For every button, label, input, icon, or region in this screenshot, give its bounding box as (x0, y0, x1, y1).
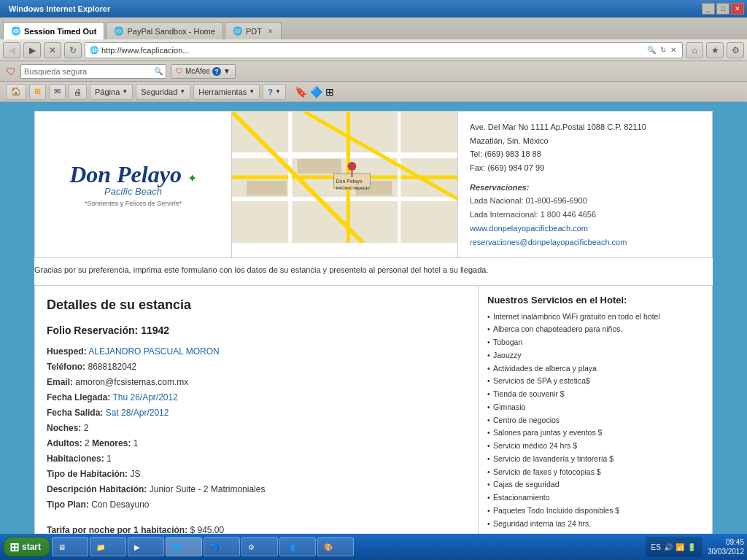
tipo-plan-value: Con Desayuno (91, 499, 149, 510)
favorites-button[interactable]: ★ (706, 42, 724, 58)
taskbar-item[interactable]: 🎨 (317, 537, 354, 556)
email-label: Email: (47, 377, 73, 387)
toolbar-home-icon[interactable]: 🏠 (6, 84, 26, 100)
toolbar-rss-icon[interactable]: ⊞ (29, 84, 46, 100)
service-item: Estacionamiento (487, 492, 703, 504)
service-item: Servicio médico 24 hrs $ (487, 440, 703, 452)
toolbar-security-button[interactable]: Seguridad ▼ (136, 84, 190, 100)
search-dropdown-icon[interactable]: 🔍 (646, 45, 657, 55)
toolbar-print-icon[interactable]: 🖨 (69, 84, 87, 100)
menores-value: 1 (133, 438, 139, 448)
tab-session-timed-out[interactable]: 🌐 Session Timed Out (3, 22, 104, 39)
mail-icon: ✉ (54, 87, 61, 96)
tab-paypal-sandbox[interactable]: 🌐 PayPal Sandbox - Home (106, 22, 222, 39)
nav-right-icons: ⌂ ★ ⚙ (686, 42, 744, 58)
tab-bar: 🌐 Session Timed Out 🌐 PayPal Sandbox - H… (0, 18, 747, 39)
title-bar: Windows Internet Explorer _ □ ✕ (0, 0, 747, 18)
bluetooth-icon[interactable]: 🔷 (310, 86, 322, 98)
mcafee-badge[interactable]: 🛡 McAfee ? ▼ (171, 64, 236, 79)
speaker-icon: 🔊 (664, 543, 673, 551)
address-controls: 🔍 ↻ ✕ (646, 45, 678, 55)
svg-point-15 (347, 162, 356, 171)
address-bar[interactable]: 🌐 http://www.fcaplicacion... 🔍 ↻ ✕ (85, 42, 683, 58)
hotel-email-link[interactable]: reservaciones@donpelayopacificbeach.com (470, 238, 627, 246)
search-bar: 🛡 Busqueda segura 🔍 🛡 McAfee ? ▼ (0, 61, 747, 82)
home-button[interactable]: ⌂ (686, 42, 703, 58)
search-input[interactable]: Busqueda segura (24, 67, 151, 76)
page-wrapper: Don Pelayo ✦ Pacific Beach *Sonrientes y… (6, 108, 741, 534)
service-item: Servicio de lavandería y tintorería $ (487, 454, 703, 465)
windows-logo-icon: ⊞ (9, 540, 19, 554)
tab-pdt[interactable]: 🌐 PDT ✕ (225, 22, 282, 39)
bookmark-icon[interactable]: 🔖 (295, 86, 307, 98)
start-label: start (22, 542, 41, 552)
close-button[interactable]: ✕ (731, 3, 744, 15)
close-addr-icon[interactable]: ✕ (669, 45, 678, 55)
maximize-button[interactable]: □ (716, 3, 729, 15)
help-icon: ? (268, 88, 273, 96)
hotel-website-link[interactable]: www.donpelayopacificbeach.com (470, 224, 588, 233)
minimize-button[interactable]: _ (702, 3, 715, 15)
network-icon: 📶 (676, 543, 684, 551)
taskbar-item[interactable]: 🌐 (166, 537, 202, 556)
toolbar-page-button[interactable]: Página ▼ (90, 84, 133, 100)
mcafee-dropdown-icon[interactable]: ▼ (223, 67, 231, 75)
toolbar-mail-icon[interactable]: ✉ (49, 84, 66, 100)
service-item: Actividades de alberca y playa (487, 363, 703, 375)
print-icon: 🖨 (74, 88, 82, 96)
habitaciones-line: Habitaciones: 1 (47, 452, 466, 465)
mcafee-help-icon[interactable]: ? (212, 67, 221, 76)
taskbar-item[interactable]: 👥 (279, 537, 316, 556)
lada-nacional: Lada Nacional: 01-800-696-6900 (470, 194, 700, 208)
habitaciones-value: 1 (107, 454, 112, 464)
service-item: Paquetes Todo Incluido disponibles $ (487, 505, 703, 517)
taskbar-item[interactable]: 📁 (90, 537, 126, 556)
telefono-label: Teléfono: (47, 362, 85, 372)
start-button[interactable]: ⊞ start (3, 537, 50, 557)
content-area[interactable]: Don Pelayo ✦ Pacific Beach *Sonrientes y… (0, 102, 747, 534)
service-item: Cajas de seguridad (487, 479, 703, 491)
toolbar-tools-button[interactable]: Herramientas ▼ (193, 84, 260, 100)
back-button[interactable]: ◀ (3, 42, 20, 58)
toolbar-help-button[interactable]: ? ▼ (263, 84, 286, 100)
folio-label: Folio Reservación: (47, 324, 138, 336)
thank-you-message: Gracias por su preferencia, imprima este… (34, 258, 713, 282)
close-tab-icon[interactable]: ✕ (268, 28, 274, 35)
taskbar-item[interactable]: ⚙ (241, 537, 278, 556)
folio-number: Folio Reservación: 11942 (47, 324, 466, 336)
service-item: Seguridad interna las 24 hrs. (487, 518, 703, 530)
folio-value: 11942 (141, 324, 169, 336)
address-line2: Mazatlán, Sin. México (470, 134, 700, 148)
email-value: amoron@fcsistemas.com.mx (75, 377, 188, 387)
taskbar-item[interactable]: ▶ (128, 537, 164, 556)
stop-button[interactable]: ✕ (44, 42, 61, 58)
fecha-llegada-value: Thu 26/Apr/2012 (112, 392, 177, 402)
reservations-label: Reservaciones: (470, 181, 700, 195)
svg-text:PACIFIC BEACH: PACIFIC BEACH (336, 186, 369, 190)
tab-label: Session Timed Out (24, 27, 96, 36)
taskbar-item[interactable]: 🔵 (204, 537, 240, 556)
refresh-button[interactable]: ↻ (64, 42, 82, 58)
address-tel: Tel: (669) 983 18 88 (470, 147, 700, 161)
service-item: Alberca con chapoteadero para niños. (487, 324, 703, 335)
refresh-addr-icon[interactable]: ↻ (659, 45, 667, 55)
hotel-name-sub: Pacific Beach (104, 186, 162, 197)
fecha-salida-line: Fecha Salida: Sat 28/Apr/2012 (47, 406, 466, 419)
tipo-hab-value: JS (130, 469, 140, 479)
forward-button[interactable]: ▶ (23, 42, 41, 58)
hotel-reservations: Reservaciones: Lada Nacional: 01-800-696… (470, 181, 700, 249)
stay-details: Detalles de su estancia Folio Reservació… (35, 286, 479, 534)
taskbar-item[interactable]: 🖥 (52, 537, 88, 556)
details-section: Detalles de su estancia Folio Reservació… (34, 285, 713, 534)
taskbar-items: 🖥📁▶🌐🔵⚙👥🎨 (52, 537, 354, 556)
descripcion-line: Descripción Habitación: Junior Suite - 2… (47, 483, 466, 496)
taskbar-right: ES 🔊 📶 🔋 09:45 30/03/2012 (646, 537, 744, 557)
svg-text:Don Pelayo: Don Pelayo (336, 179, 363, 184)
search-input-wrapper[interactable]: Busqueda segura 🔍 (20, 64, 166, 79)
tarifa-label: Tarifa por noche por 1 habitación: (47, 525, 187, 534)
tools-button[interactable]: ⚙ (727, 42, 744, 58)
svg-rect-9 (298, 159, 341, 174)
apps-icon[interactable]: ⊞ (325, 86, 334, 98)
search-icon[interactable]: 🔍 (154, 67, 163, 75)
battery-icon: 🔋 (687, 543, 696, 551)
